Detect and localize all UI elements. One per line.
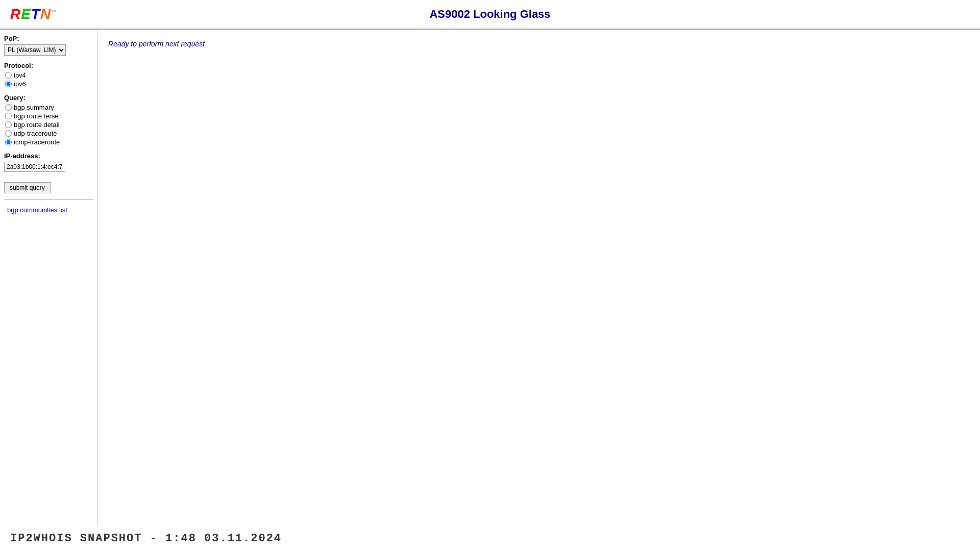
pop-label: PoP:	[4, 35, 93, 42]
protocol-ipv6-item[interactable]: ipv6	[5, 80, 93, 88]
query-bgp-summary-radio[interactable]	[5, 104, 12, 111]
query-bgp-route-terse-label: bgp route terse	[14, 112, 58, 120]
query-label: Query:	[4, 94, 93, 102]
logo-t: T	[31, 6, 40, 22]
footer: IP2WHOIS SNAPSHOT - 1:48 03.11.2024	[0, 525, 980, 551]
query-radio-group: bgp summary bgp route terse bgp route de…	[5, 104, 93, 146]
protocol-ipv4-label: ipv4	[14, 71, 26, 79]
query-icmp-traceroute-item[interactable]: icmp-traceroute	[5, 138, 93, 146]
main-container: PoP: PL (Warsaw, LIM) Protocol: ipv4 ipv…	[0, 30, 980, 525]
protocol-ipv4-item[interactable]: ipv4	[5, 71, 93, 79]
content-area: Ready to perform next request	[98, 30, 980, 525]
header: RETN™ AS9002 Looking Glass	[0, 0, 980, 30]
pop-group: PoP: PL (Warsaw, LIM)	[4, 35, 93, 56]
status-message: Ready to perform next request	[108, 40, 970, 48]
protocol-ipv6-label: ipv6	[14, 80, 26, 88]
logo: RETN™	[10, 6, 57, 22]
sidebar: PoP: PL (Warsaw, LIM) Protocol: ipv4 ipv…	[0, 30, 98, 525]
pop-select[interactable]: PL (Warsaw, LIM)	[4, 44, 66, 56]
query-bgp-route-detail-item[interactable]: bgp route detail	[5, 121, 93, 129]
query-group: Query: bgp summary bgp route terse bgp r…	[4, 94, 93, 146]
query-bgp-summary-item[interactable]: bgp summary	[5, 104, 93, 111]
logo-tm: ™	[51, 9, 57, 15]
protocol-radio-group: ipv4 ipv6	[5, 71, 93, 88]
query-udp-traceroute-radio[interactable]	[5, 130, 12, 137]
page-title: AS9002 Looking Glass	[429, 8, 550, 21]
ip-label: IP-address:	[4, 152, 93, 160]
query-icmp-traceroute-radio[interactable]	[5, 139, 12, 145]
query-bgp-summary-label: bgp summary	[14, 104, 54, 111]
logo-r: R	[10, 6, 21, 22]
query-bgp-route-terse-item[interactable]: bgp route terse	[5, 112, 93, 120]
query-icmp-traceroute-label: icmp-traceroute	[14, 138, 60, 146]
logo-n: N	[40, 6, 51, 22]
query-bgp-route-detail-label: bgp route detail	[14, 121, 60, 129]
query-udp-traceroute-item[interactable]: udp-traceroute	[5, 130, 93, 137]
logo-e: E	[21, 6, 31, 22]
footer-text: IP2WHOIS SNAPSHOT - 1:48 03.11.2024	[10, 532, 282, 545]
ip-input[interactable]	[4, 162, 65, 172]
protocol-ipv6-radio[interactable]	[5, 81, 12, 87]
ip-group: IP-address:	[4, 152, 93, 172]
protocol-ipv4-radio[interactable]	[5, 72, 12, 79]
submit-button[interactable]: submit query	[4, 182, 51, 193]
query-udp-traceroute-label: udp-traceroute	[14, 130, 57, 137]
protocol-label: Protocol:	[4, 62, 93, 69]
bgp-communities-link[interactable]: bgp communities list	[4, 206, 67, 214]
query-bgp-route-detail-radio[interactable]	[5, 121, 12, 128]
sidebar-divider	[4, 199, 93, 200]
protocol-group: Protocol: ipv4 ipv6	[4, 62, 93, 88]
query-bgp-route-terse-radio[interactable]	[5, 113, 12, 119]
